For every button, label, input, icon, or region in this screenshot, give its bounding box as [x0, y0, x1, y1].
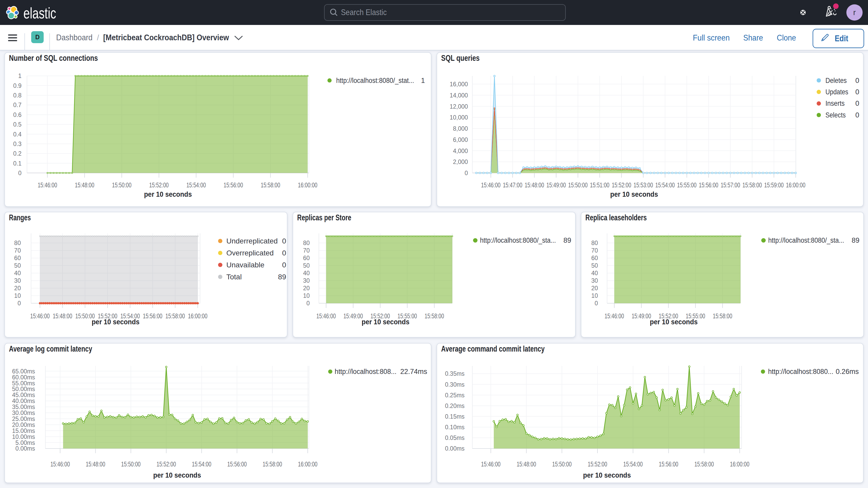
svg-text:15:52:00: 15:52:00 — [156, 460, 176, 468]
svg-text:15:56:00: 15:56:00 — [659, 460, 678, 468]
svg-text:0.10ms: 0.10ms — [445, 424, 464, 431]
svg-text:60: 60 — [14, 255, 21, 262]
svg-text:60: 60 — [591, 255, 598, 262]
svg-text:elastic: elastic — [23, 5, 56, 22]
svg-text:80: 80 — [303, 240, 310, 246]
svg-text:15:47:00: 15:47:00 — [503, 181, 522, 189]
svg-text:10: 10 — [591, 292, 598, 299]
svg-text:Full screen: Full screen — [693, 33, 730, 42]
svg-text:0: 0 — [595, 300, 598, 307]
svg-text:4,000: 4,000 — [453, 148, 468, 154]
svg-text:15:46:00: 15:46:00 — [316, 312, 336, 319]
svg-text:15:50:00: 15:50:00 — [552, 460, 572, 468]
svg-text:80: 80 — [591, 240, 598, 246]
svg-text:Number of SQL connections: Number of SQL connections — [9, 54, 98, 63]
svg-text:http://localhost:8080/_stat...: http://localhost:8080/_stat... — [336, 77, 414, 85]
svg-text:16:00:00: 16:00:00 — [298, 181, 317, 189]
svg-text:16,000: 16,000 — [450, 81, 468, 88]
svg-text:per 10 seconds: per 10 seconds — [583, 471, 631, 479]
svg-text:0.8: 0.8 — [13, 92, 22, 99]
svg-text:15:54:00: 15:54:00 — [655, 181, 675, 189]
svg-text:40: 40 — [303, 270, 310, 276]
svg-text:15:49:00: 15:49:00 — [631, 312, 651, 319]
svg-text:0.6: 0.6 — [13, 112, 22, 118]
svg-text:50: 50 — [303, 262, 310, 269]
svg-text:0: 0 — [306, 300, 310, 307]
svg-text:8,000: 8,000 — [453, 125, 468, 132]
svg-text:15:48:00: 15:48:00 — [86, 460, 105, 468]
svg-text:per 10 seconds: per 10 seconds — [153, 471, 201, 479]
svg-text:0: 0 — [855, 99, 859, 107]
svg-text:0.00ms: 0.00ms — [16, 445, 35, 452]
svg-text:0: 0 — [282, 261, 286, 269]
svg-text:D: D — [35, 34, 40, 40]
svg-text:Average command commit latency: Average command commit latency — [441, 344, 545, 354]
svg-text:15:46:00: 15:46:00 — [30, 312, 50, 319]
svg-text:0.20ms: 0.20ms — [445, 402, 464, 409]
svg-text:0: 0 — [855, 111, 859, 119]
svg-text:Replicas per Store: Replicas per Store — [297, 213, 351, 222]
svg-text:0: 0 — [465, 170, 468, 177]
svg-text:15:52:00: 15:52:00 — [612, 181, 631, 189]
svg-text:12,000: 12,000 — [450, 103, 468, 110]
svg-text:15:58:00: 15:58:00 — [263, 460, 282, 468]
svg-text:15:46:00: 15:46:00 — [481, 181, 500, 189]
svg-text:Replica leaseholders: Replica leaseholders — [586, 213, 647, 222]
svg-text:http://localhost:8080/_sta...: http://localhost:8080/_sta... — [480, 237, 556, 244]
svg-text:15:51:00: 15:51:00 — [590, 181, 610, 189]
svg-text:89: 89 — [851, 237, 860, 244]
svg-text:Ranges: Ranges — [9, 213, 31, 222]
svg-text:20: 20 — [14, 285, 21, 292]
svg-text:70: 70 — [591, 247, 598, 254]
svg-text:15:56:00: 15:56:00 — [699, 181, 718, 189]
svg-text:http://localhost:8080...: http://localhost:8080... — [768, 368, 833, 375]
svg-text:15:57:00: 15:57:00 — [721, 181, 740, 189]
svg-text:r: r — [853, 8, 856, 17]
svg-text:Deletes: Deletes — [826, 77, 847, 85]
svg-text:0.3: 0.3 — [13, 141, 22, 147]
svg-text:89: 89 — [278, 273, 286, 281]
svg-text:16:00:00: 16:00:00 — [786, 181, 805, 189]
svg-text:15:54:00: 15:54:00 — [192, 460, 211, 468]
svg-text:0.1: 0.1 — [13, 160, 22, 167]
svg-text:70: 70 — [303, 247, 310, 254]
svg-text:Unavailable: Unavailable — [226, 261, 264, 269]
svg-text:15:56:00: 15:56:00 — [227, 460, 247, 468]
svg-text:0.9: 0.9 — [13, 82, 22, 89]
svg-text:Share: Share — [743, 33, 763, 42]
svg-text:80: 80 — [14, 240, 21, 246]
svg-text:89: 89 — [563, 237, 571, 244]
svg-text:15:48:00: 15:48:00 — [525, 181, 544, 189]
svg-text:0.30ms: 0.30ms — [445, 381, 464, 388]
svg-text:15:46:00: 15:46:00 — [38, 181, 57, 189]
svg-text:0.05ms: 0.05ms — [445, 434, 464, 441]
svg-text:Dashboard: Dashboard — [56, 33, 93, 42]
svg-text:[Metricbeat CockroachDB] Overv: [Metricbeat CockroachDB] Overview — [103, 33, 229, 42]
svg-text:0.5: 0.5 — [13, 121, 22, 128]
svg-text:0: 0 — [282, 249, 286, 257]
svg-text:15:50:00: 15:50:00 — [121, 460, 141, 468]
svg-text:Underreplicated: Underreplicated — [226, 237, 278, 245]
svg-text:0.2: 0.2 — [13, 150, 22, 157]
svg-text:50: 50 — [591, 262, 598, 269]
svg-text:Clone: Clone — [777, 33, 796, 42]
svg-text:1: 1 — [18, 72, 22, 79]
svg-text:15:56:00: 15:56:00 — [143, 312, 162, 319]
svg-text:50: 50 — [14, 262, 21, 269]
svg-text:15:56:00: 15:56:00 — [223, 181, 243, 189]
svg-text:15:46:00: 15:46:00 — [604, 312, 624, 319]
svg-text:15:50:00: 15:50:00 — [568, 181, 588, 189]
svg-text:per 10 seconds: per 10 seconds — [144, 190, 192, 198]
svg-text:15:54:00: 15:54:00 — [186, 181, 206, 189]
svg-text:Edit: Edit — [835, 33, 848, 43]
svg-text:2,000: 2,000 — [453, 158, 468, 165]
svg-text:Inserts: Inserts — [826, 99, 845, 107]
svg-text:15:58:00: 15:58:00 — [742, 181, 762, 189]
svg-text:0.26ms: 0.26ms — [836, 368, 859, 375]
svg-text:1: 1 — [421, 77, 425, 85]
svg-text:0: 0 — [282, 237, 286, 245]
svg-text:Selects: Selects — [826, 111, 846, 119]
svg-text:15:46:00: 15:46:00 — [51, 460, 70, 468]
svg-text:15:52:00: 15:52:00 — [588, 460, 607, 468]
svg-text:0: 0 — [18, 300, 21, 307]
